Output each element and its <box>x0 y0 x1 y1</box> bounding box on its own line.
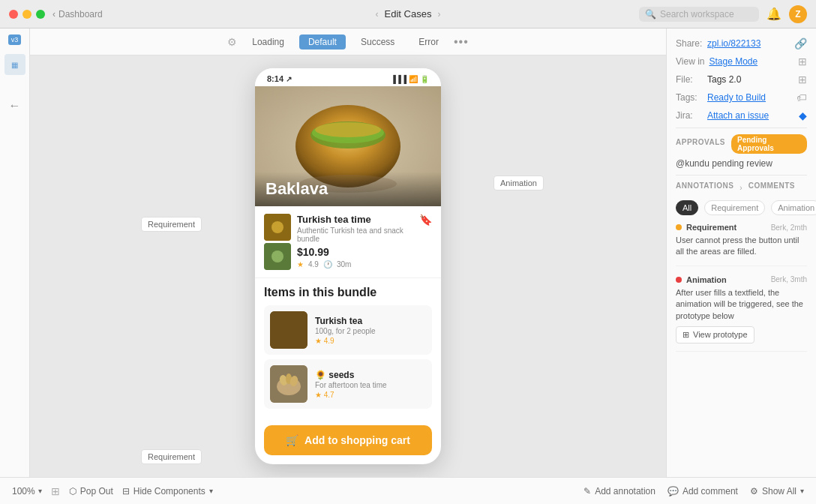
svg-rect-11 <box>270 311 308 349</box>
share-link[interactable]: zpl.io/822133 <box>707 38 760 49</box>
tags-value[interactable]: Ready to Build <box>707 92 766 103</box>
annotation-meta-1: Berk, 2mth <box>771 224 807 232</box>
annotations-section: ANNOTATIONS › COMMENTS All Requirement A… <box>676 182 807 352</box>
svg-point-10 <box>272 250 284 262</box>
prev-nav[interactable]: ‹ <box>376 9 379 20</box>
link-icon: 🔗 <box>794 38 807 50</box>
pop-out-button[interactable]: ⬡ Pop Out <box>69 486 113 496</box>
add-annotation-button[interactable]: ✎ Add annotation <box>584 486 656 496</box>
traffic-lights <box>9 10 45 19</box>
thumbnail-icon[interactable]: ▦ <box>4 54 26 75</box>
notification-icon[interactable]: 🔔 <box>766 7 782 21</box>
file-icon: ⊞ <box>798 74 807 86</box>
default-tab[interactable]: Default <box>299 34 346 50</box>
tab-all[interactable]: All <box>676 200 698 215</box>
loading-tab[interactable]: Loading <box>243 34 293 50</box>
product-desc: Authentic Turkish tea and snack bundle <box>297 226 413 243</box>
thumb-1 <box>264 214 291 241</box>
bottom-left: 100% ▾ ⊞ ⬡ Pop Out ⊟ Hide Components ▾ <box>12 485 213 497</box>
arrow-left-icon: ← <box>9 99 21 112</box>
tag-icon: 🏷 <box>796 92 807 104</box>
tab-requirement[interactable]: Requirement <box>704 200 765 215</box>
back-nav[interactable]: ‹ <box>52 9 56 20</box>
seeds-rating: ★ 4.7 <box>315 391 426 399</box>
annotation-type-2: Animation <box>686 275 727 284</box>
view-mode[interactable]: Stage Mode <box>709 56 758 67</box>
animation-label: Animation <box>494 176 544 190</box>
product-price: $10.99 <box>297 246 413 258</box>
requirement-label-top: Requirement <box>141 217 202 232</box>
product-card: Turkish tea time Authentic Turkish tea a… <box>255 206 441 278</box>
search-bar[interactable]: 🔍 Search workspace <box>639 7 759 22</box>
page-title: Edit Cases <box>385 8 432 20</box>
annotation-type-1: Requirement <box>686 223 736 232</box>
product-info: Turkish tea time Authentic Turkish tea a… <box>297 214 413 268</box>
back-label[interactable]: Dashboard <box>58 9 103 20</box>
annotation-text-2: After user fills a textfield, the animat… <box>676 287 807 322</box>
next-nav[interactable]: › <box>437 9 440 20</box>
error-tab[interactable]: Error <box>410 34 448 50</box>
more-options[interactable]: ••• <box>454 35 469 49</box>
show-all-chevron: ▾ <box>800 487 804 495</box>
tab-animation[interactable]: Animation <box>771 200 816 215</box>
tags-row: Tags: Ready to Build 🏷 <box>676 92 807 104</box>
product-time: 30m <box>337 260 351 268</box>
hide-components-button[interactable]: ⊟ Hide Components ▾ <box>122 486 213 496</box>
reviewer-text: @kundu pending review <box>676 158 807 169</box>
product-name: Turkish tea time <box>297 214 413 225</box>
requirement-annotation-bottom: Requirement <box>141 453 148 460</box>
main-layout: v3 ▦ ← ⚙ Loading Default Success Error •… <box>0 28 816 477</box>
tags-label: Tags: <box>676 92 703 103</box>
svg-point-8 <box>272 221 284 233</box>
pending-badge: Pending Approvals <box>731 134 807 154</box>
battery-icon: 🔋 <box>420 75 429 83</box>
approvals-header: APPROVALS Pending Approvals <box>676 134 807 154</box>
pop-out-icon: ⬡ <box>69 486 76 496</box>
settings-icon: ⚙ <box>750 486 758 496</box>
close-button[interactable] <box>9 10 18 19</box>
titlebar-right: 🔍 Search workspace 🔔 Z <box>639 5 807 23</box>
add-comment-icon: 💬 <box>668 486 679 496</box>
jira-icon: ◆ <box>799 110 807 122</box>
annotation-item-1: Requirement Berk, 2mth User cannot press… <box>676 223 807 266</box>
prototype-icon: ⊞ <box>682 330 689 340</box>
annotations-label: ANNOTATIONS <box>676 182 734 190</box>
wifi-icon: 📶 <box>409 75 418 83</box>
animation-annotation: Animation <box>494 179 501 187</box>
add-annotation-icon: ✎ <box>584 486 591 496</box>
annotation-meta-2: Berk, 3mth <box>771 275 807 284</box>
view-prototype-button[interactable]: ⊞ View prototype <box>676 326 754 344</box>
product-thumbnails <box>264 214 291 270</box>
tea-info: Turkish tea 100g, for 2 people ★ 4.9 <box>315 316 426 345</box>
bottom-bar: 100% ▾ ⊞ ⬡ Pop Out ⊟ Hide Components ▾ ✎… <box>0 477 816 504</box>
show-all-button[interactable]: ⚙ Show All ▾ <box>750 486 804 496</box>
file-name[interactable]: Tags 2.0 <box>707 74 741 85</box>
right-panel: Share: zpl.io/822133 🔗 View in Stage Mod… <box>666 28 816 477</box>
location-icon: ↗ <box>286 75 292 83</box>
add-annotation-label: Add annotation <box>595 486 656 496</box>
search-icon: 🔍 <box>645 9 656 20</box>
add-comment-label: Add comment <box>682 486 738 496</box>
layout-icon[interactable]: ⊞ <box>51 485 60 497</box>
cart-icon: 🛒 <box>286 434 298 446</box>
file-row: File: Tags 2.0 ⊞ <box>676 74 807 86</box>
fullscreen-button[interactable] <box>36 10 45 19</box>
titlebar-center: ‹ Edit Cases › <box>376 8 441 20</box>
success-tab[interactable]: Success <box>352 34 404 50</box>
product-meta: ★ 4.9 🕐 30m <box>297 260 413 268</box>
bookmark-icon[interactable]: 🔖 <box>419 214 432 226</box>
jira-value[interactable]: Attach an issue <box>707 110 769 121</box>
top-toolbar: ⚙ Loading Default Success Error ••• <box>30 28 666 56</box>
tea-rating: ★ 4.9 <box>315 337 426 345</box>
user-avatar[interactable]: Z <box>789 5 807 23</box>
minimize-button[interactable] <box>22 10 32 19</box>
add-comment-button[interactable]: 💬 Add comment <box>668 486 738 496</box>
annotation-text-1: User cannot press the button until all t… <box>676 235 807 258</box>
show-all-label: Show All <box>762 486 796 496</box>
requirement-annotation-top: Requirement <box>141 220 148 228</box>
add-to-cart-button[interactable]: 🛒 Add to shopping cart <box>264 425 432 455</box>
annotation-header-2: Animation Berk, 3mth <box>676 275 807 284</box>
zoom-control[interactable]: 100% ▾ <box>12 486 42 496</box>
seeds-star: ★ <box>315 391 322 399</box>
hide-components-label: Hide Components <box>134 486 206 496</box>
